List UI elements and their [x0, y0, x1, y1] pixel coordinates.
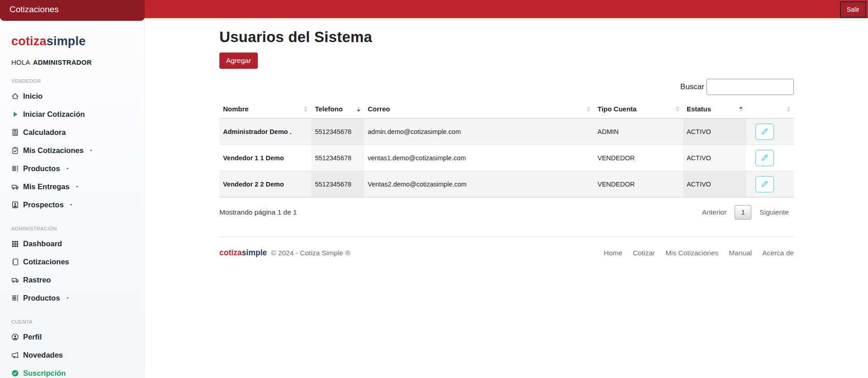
sort-arrows-icon: [739, 106, 743, 112]
cell-tipo_cuenta: ADMIN: [594, 119, 683, 145]
sidebar-item-mis-entregas[interactable]: Mis Entregas: [11, 177, 140, 196]
column-label: Estatus: [687, 105, 711, 113]
cell-telefono: 5512345678: [311, 171, 364, 197]
pagination-page-button[interactable]: 1: [735, 205, 751, 220]
cell-nombre: Administrador Demo .: [219, 119, 311, 145]
sidebar-item-perfil[interactable]: Perfil: [11, 328, 140, 346]
edit-user-button[interactable]: [755, 150, 774, 166]
cell-telefono: 5512345678: [311, 145, 364, 171]
sidebar-item-calculadora[interactable]: Calculadora: [11, 123, 140, 141]
edit-user-button[interactable]: [755, 176, 774, 192]
sidebar-item-prospectos[interactable]: Prospectos: [11, 196, 140, 214]
truck-icon: [11, 276, 19, 284]
sidebar-item-cotizaciones[interactable]: Cotizaciones: [11, 253, 140, 271]
column-header-actions[interactable]: [746, 100, 794, 119]
sort-arrows-icon: [676, 106, 679, 112]
column-header-tipo-cuenta[interactable]: Tipo Cuenta: [594, 100, 683, 119]
pencil-icon: [761, 128, 768, 135]
sidebar-item-label: Prospectos: [23, 201, 64, 209]
list-icon: [11, 165, 19, 172]
logo-text-red: cotiza: [11, 34, 47, 48]
journal-icon: [11, 258, 19, 266]
footer-link-acerca-de[interactable]: Acerca de: [762, 249, 794, 257]
column-label: Telefono: [315, 105, 342, 113]
sidebar-item-label: Mis Entregas: [23, 182, 70, 191]
home-icon: [11, 92, 19, 100]
pagination-next-button[interactable]: Siguiente: [754, 205, 794, 220]
top-navbar: Cotizaciones Salir: [0, 0, 868, 18]
play-icon: [11, 110, 19, 118]
column-label: Correo: [368, 105, 390, 113]
search-row: Buscar: [219, 79, 794, 95]
caret-down-icon: [66, 296, 70, 300]
cell-actions: [746, 171, 794, 197]
add-user-button[interactable]: Agregar: [219, 53, 258, 69]
footer-link-manual[interactable]: Manual: [729, 249, 752, 257]
sidebar-item-suscripcion[interactable]: Suscripción: [11, 364, 140, 378]
table-row: Administrador Demo .5512345678admin.demo…: [219, 119, 794, 145]
sidebar-item-iniciar-cotizacion[interactable]: Iniciar Cotización: [11, 105, 140, 123]
pencil-icon: [761, 180, 768, 188]
cell-correo: admin.demo@cotizasimple.com: [364, 119, 594, 145]
cell-telefono: 5512345678: [311, 119, 364, 145]
users-table: Nombre Telefono Correo Tipo Cuenta Estat…: [219, 100, 794, 197]
table-row: Vendedor 1 1 Demo5512345678ventas1.demo@…: [219, 145, 794, 171]
caret-down-icon: [66, 167, 70, 171]
cell-actions: [746, 145, 794, 171]
column-label: Tipo Cuenta: [598, 105, 636, 113]
sort-arrows-icon: [357, 106, 360, 112]
footer-links: HomeCotizarMis CotizacionesManualAcerca …: [604, 249, 794, 257]
footer-logo: cotizasimple: [219, 248, 267, 258]
megaphone-icon: [11, 351, 19, 359]
cell-estatus: ACTIVO: [683, 145, 746, 171]
column-header-correo[interactable]: Correo: [364, 100, 594, 119]
navbar-brand[interactable]: Cotizaciones: [0, 0, 145, 21]
copyright-text: © 2024 - Cotiza Simple ®: [271, 249, 350, 257]
caret-down-icon: [89, 148, 93, 153]
column-header-nombre[interactable]: Nombre: [219, 100, 311, 119]
cell-estatus: ACTIVO: [683, 119, 746, 145]
sidebar-item-label: Novedades: [23, 351, 63, 359]
caret-down-icon: [75, 185, 79, 189]
sidebar: cotizasimple HOLAADMINISTRADOR VENDEDORI…: [0, 18, 145, 378]
sidebar-item-mis-cotizaciones[interactable]: Mis Cotizaciones: [11, 141, 140, 159]
sidebar-item-inicio[interactable]: Inicio: [11, 87, 140, 105]
sidebar-item-label: Perfil: [23, 333, 42, 341]
column-header-telefono[interactable]: Telefono: [311, 100, 364, 119]
search-input[interactable]: [707, 79, 794, 95]
greeting-username: ADMINISTRADOR: [33, 58, 92, 66]
logout-button[interactable]: Salir: [840, 1, 866, 18]
sort-arrows-icon: [787, 106, 790, 112]
column-header-estatus[interactable]: Estatus: [683, 100, 746, 119]
sidebar-item-novedades[interactable]: Novedades: [11, 346, 140, 364]
pagination-previous-button[interactable]: Anterior: [697, 205, 731, 220]
cell-tipo_cuenta: VENDEDOR: [594, 171, 683, 197]
app-logo[interactable]: cotizasimple: [11, 34, 140, 48]
sidebar-item-label: Productos: [23, 294, 60, 302]
sidebar-item-productos[interactable]: Productos: [11, 159, 140, 177]
pagination-info: Mostrando página 1 de 1: [219, 208, 297, 216]
cell-nombre: Vendedor 2 2 Demo: [219, 171, 311, 197]
person-circle-icon: [11, 333, 19, 341]
edit-user-button[interactable]: [755, 124, 774, 140]
sidebar-item-label: Iniciar Cotización: [23, 110, 85, 119]
footer-link-home[interactable]: Home: [604, 249, 622, 257]
sidebar-item-rastreo[interactable]: Rastreo: [11, 271, 140, 289]
sidebar-section-label-administracion: ADMINISTRACIÓN: [11, 226, 140, 231]
footer-link-mis-cotizaciones[interactable]: Mis Cotizaciones: [665, 249, 718, 257]
grid-icon: [11, 240, 19, 248]
cell-estatus: ACTIVO: [683, 171, 746, 197]
sidebar-item-label: Mis Cotizaciones: [23, 146, 84, 155]
cell-tipo_cuenta: VENDEDOR: [594, 145, 683, 171]
cell-actions: [746, 119, 794, 145]
sidebar-item-productos[interactable]: Productos: [11, 289, 140, 307]
table-footer: Mostrando página 1 de 1 Anterior 1 Sigui…: [219, 205, 794, 220]
sidebar-item-dashboard[interactable]: Dashboard: [11, 234, 140, 253]
page-footer: cotizasimple © 2024 - Cotiza Simple ® Ho…: [219, 248, 794, 258]
footer-link-cotizar[interactable]: Cotizar: [633, 249, 655, 257]
badge-check-icon: [11, 369, 19, 377]
sidebar-section-label-cuenta: CUENTA: [11, 319, 140, 325]
sidebar-item-label: Suscripción: [23, 369, 66, 378]
truck-icon: [11, 183, 19, 191]
cell-correo: ventas1.demo@cotizasimple.com: [364, 145, 594, 171]
